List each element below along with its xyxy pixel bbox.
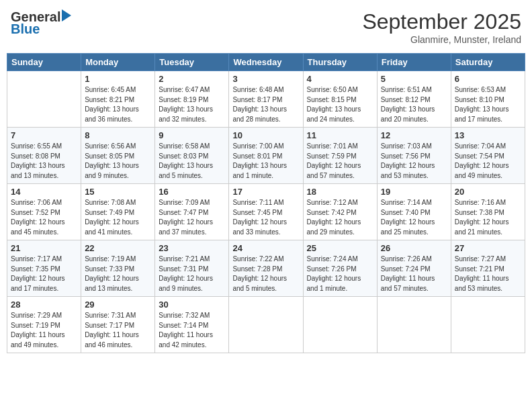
day-number: 14: [11, 187, 77, 197]
calendar-cell: 17Sunrise: 7:11 AMSunset: 7:45 PMDayligh…: [229, 184, 303, 240]
cell-info: Sunrise: 7:32 AMSunset: 7:14 PMDaylight:…: [159, 312, 213, 349]
calendar-cell: 19Sunrise: 7:14 AMSunset: 7:40 PMDayligh…: [377, 184, 451, 240]
month-title: September 2025: [362, 9, 521, 34]
cell-info: Sunrise: 7:11 AMSunset: 7:45 PMDaylight:…: [232, 199, 287, 236]
calendar-cell: 7Sunrise: 6:55 AMSunset: 8:08 PMDaylight…: [7, 128, 81, 184]
calendar-cell: [377, 297, 451, 353]
cell-info: Sunrise: 7:12 AMSunset: 7:42 PMDaylight:…: [307, 199, 361, 236]
logo: General Blue: [11, 9, 71, 36]
cell-info: Sunrise: 6:45 AMSunset: 8:21 PMDaylight:…: [85, 86, 139, 123]
day-number: 18: [307, 187, 373, 197]
calendar-cell: 12Sunrise: 7:03 AMSunset: 7:56 PMDayligh…: [377, 128, 451, 184]
cell-info: Sunrise: 7:27 AMSunset: 7:21 PMDaylight:…: [455, 255, 509, 292]
calendar-week-3: 14Sunrise: 7:06 AMSunset: 7:52 PMDayligh…: [7, 184, 525, 240]
day-number: 2: [159, 74, 225, 84]
cell-info: Sunrise: 7:06 AMSunset: 7:52 PMDaylight:…: [11, 199, 65, 236]
title-block: September 2025 Glanmire, Munster, Irelan…: [362, 9, 521, 45]
calendar-cell: 22Sunrise: 7:19 AMSunset: 7:33 PMDayligh…: [81, 240, 155, 297]
col-header-thursday: Thursday: [303, 54, 377, 71]
cell-info: Sunrise: 7:31 AMSunset: 7:17 PMDaylight:…: [85, 312, 139, 349]
calendar-cell: 6Sunrise: 6:53 AMSunset: 8:10 PMDaylight…: [451, 71, 525, 128]
col-header-wednesday: Wednesday: [229, 54, 303, 71]
cell-info: Sunrise: 6:56 AMSunset: 8:05 PMDaylight:…: [85, 142, 139, 179]
day-number: 1: [85, 74, 151, 84]
cell-info: Sunrise: 6:51 AMSunset: 8:12 PMDaylight:…: [381, 86, 435, 123]
calendar-cell: 4Sunrise: 6:50 AMSunset: 8:15 PMDaylight…: [303, 71, 377, 128]
day-number: 25: [307, 243, 373, 253]
calendar-table: SundayMondayTuesdayWednesdayThursdayFrid…: [7, 53, 525, 353]
cell-info: Sunrise: 7:01 AMSunset: 7:59 PMDaylight:…: [307, 142, 361, 179]
calendar-cell: [7, 71, 81, 128]
day-number: 6: [455, 74, 521, 84]
day-number: 26: [381, 243, 447, 253]
cell-info: Sunrise: 6:47 AMSunset: 8:19 PMDaylight:…: [159, 86, 213, 123]
day-number: 8: [85, 130, 151, 140]
calendar-cell: 24Sunrise: 7:22 AMSunset: 7:28 PMDayligh…: [229, 240, 303, 297]
cell-info: Sunrise: 7:08 AMSunset: 7:49 PMDaylight:…: [85, 199, 139, 236]
calendar-week-1: 1Sunrise: 6:45 AMSunset: 8:21 PMDaylight…: [7, 71, 525, 128]
day-number: 19: [381, 187, 447, 197]
cell-info: Sunrise: 7:17 AMSunset: 7:35 PMDaylight:…: [11, 255, 65, 292]
calendar-week-4: 21Sunrise: 7:17 AMSunset: 7:35 PMDayligh…: [7, 240, 525, 297]
calendar-cell: 14Sunrise: 7:06 AMSunset: 7:52 PMDayligh…: [7, 184, 81, 240]
calendar-cell: 23Sunrise: 7:21 AMSunset: 7:31 PMDayligh…: [155, 240, 229, 297]
cell-info: Sunrise: 6:50 AMSunset: 8:15 PMDaylight:…: [307, 86, 361, 123]
day-number: 5: [381, 74, 447, 84]
day-number: 9: [159, 130, 225, 140]
calendar-cell: 29Sunrise: 7:31 AMSunset: 7:17 PMDayligh…: [81, 297, 155, 353]
col-header-friday: Friday: [377, 54, 451, 71]
cell-info: Sunrise: 7:16 AMSunset: 7:38 PMDaylight:…: [455, 199, 509, 236]
day-number: 13: [455, 130, 521, 140]
day-number: 17: [232, 187, 299, 197]
page-header: General Blue September 2025 Glanmire, Mu…: [7, 7, 525, 48]
calendar-week-5: 28Sunrise: 7:29 AMSunset: 7:19 PMDayligh…: [7, 297, 525, 353]
calendar-cell: 30Sunrise: 7:32 AMSunset: 7:14 PMDayligh…: [155, 297, 229, 353]
calendar-cell: [451, 297, 525, 353]
cell-info: Sunrise: 7:24 AMSunset: 7:26 PMDaylight:…: [307, 255, 361, 292]
calendar-cell: 1Sunrise: 6:45 AMSunset: 8:21 PMDaylight…: [81, 71, 155, 128]
cell-info: Sunrise: 7:03 AMSunset: 7:56 PMDaylight:…: [381, 142, 435, 179]
calendar-cell: 28Sunrise: 7:29 AMSunset: 7:19 PMDayligh…: [7, 297, 81, 353]
calendar-cell: 10Sunrise: 7:00 AMSunset: 8:01 PMDayligh…: [229, 128, 303, 184]
calendar-cell: 5Sunrise: 6:51 AMSunset: 8:12 PMDaylight…: [377, 71, 451, 128]
cell-info: Sunrise: 7:00 AMSunset: 8:01 PMDaylight:…: [232, 142, 287, 179]
calendar-cell: 21Sunrise: 7:17 AMSunset: 7:35 PMDayligh…: [7, 240, 81, 297]
cell-info: Sunrise: 6:48 AMSunset: 8:17 PMDaylight:…: [232, 86, 287, 123]
cell-info: Sunrise: 7:04 AMSunset: 7:54 PMDaylight:…: [455, 142, 509, 179]
day-number: 15: [85, 187, 151, 197]
calendar-cell: 25Sunrise: 7:24 AMSunset: 7:26 PMDayligh…: [303, 240, 377, 297]
day-number: 22: [85, 243, 151, 253]
calendar-cell: [303, 297, 377, 353]
calendar-cell: 27Sunrise: 7:27 AMSunset: 7:21 PMDayligh…: [451, 240, 525, 297]
day-number: 28: [11, 300, 77, 310]
calendar-cell: 2Sunrise: 6:47 AMSunset: 8:19 PMDaylight…: [155, 71, 229, 128]
location-subtitle: Glanmire, Munster, Ireland: [362, 34, 521, 45]
day-number: 21: [11, 243, 77, 253]
cell-info: Sunrise: 7:22 AMSunset: 7:28 PMDaylight:…: [232, 255, 287, 292]
calendar-cell: 9Sunrise: 6:58 AMSunset: 8:03 PMDaylight…: [155, 128, 229, 184]
calendar-cell: 8Sunrise: 6:56 AMSunset: 8:05 PMDaylight…: [81, 128, 155, 184]
calendar-cell: 26Sunrise: 7:26 AMSunset: 7:24 PMDayligh…: [377, 240, 451, 297]
day-number: 20: [455, 187, 521, 197]
day-number: 7: [11, 130, 77, 140]
day-number: 29: [85, 300, 151, 310]
day-number: 24: [232, 243, 299, 253]
day-number: 12: [381, 130, 447, 140]
logo-blue-text: Blue: [11, 21, 40, 36]
cell-info: Sunrise: 6:53 AMSunset: 8:10 PMDaylight:…: [455, 86, 509, 123]
logo-triangle-icon: [62, 9, 71, 21]
col-header-tuesday: Tuesday: [155, 54, 229, 71]
cell-info: Sunrise: 7:29 AMSunset: 7:19 PMDaylight:…: [11, 312, 65, 349]
cell-info: Sunrise: 7:21 AMSunset: 7:31 PMDaylight:…: [159, 255, 213, 292]
calendar-week-2: 7Sunrise: 6:55 AMSunset: 8:08 PMDaylight…: [7, 128, 525, 184]
day-number: 30: [159, 300, 225, 310]
day-number: 10: [232, 130, 299, 140]
day-number: 16: [159, 187, 225, 197]
calendar-cell: [229, 297, 303, 353]
calendar-cell: 16Sunrise: 7:09 AMSunset: 7:47 PMDayligh…: [155, 184, 229, 240]
col-header-monday: Monday: [81, 54, 155, 71]
cell-info: Sunrise: 6:58 AMSunset: 8:03 PMDaylight:…: [159, 142, 213, 179]
cell-info: Sunrise: 7:19 AMSunset: 7:33 PMDaylight:…: [85, 255, 139, 292]
calendar-cell: 20Sunrise: 7:16 AMSunset: 7:38 PMDayligh…: [451, 184, 525, 240]
day-number: 4: [307, 74, 373, 84]
